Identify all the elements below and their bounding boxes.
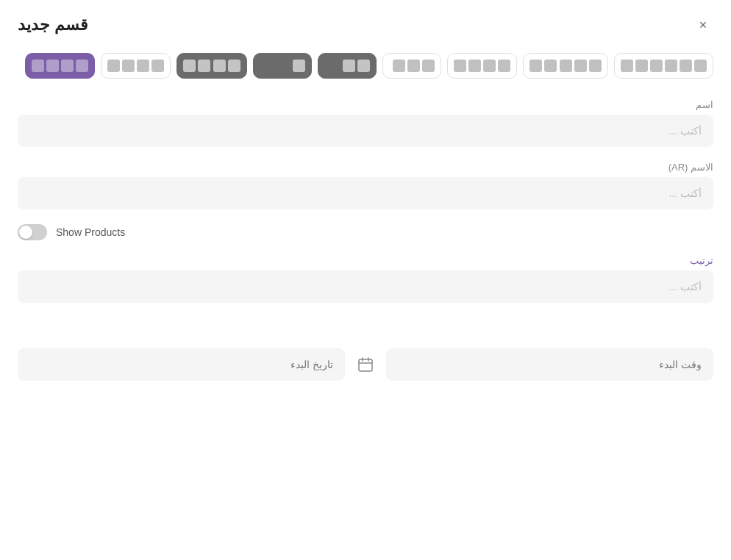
- start-time-input[interactable]: [386, 348, 713, 381]
- calendar-icon[interactable]: [351, 347, 380, 382]
- icon-group-8[interactable]: [101, 53, 171, 79]
- datetime-row: [18, 347, 713, 382]
- name-ar-section: الاسم (AR): [18, 162, 713, 209]
- page-wrapper: × قسم جديد: [0, 0, 731, 560]
- sort-input[interactable]: [18, 270, 713, 303]
- icon-group-9[interactable]: [25, 53, 95, 79]
- close-button[interactable]: ×: [693, 15, 713, 35]
- name-label: اسم: [18, 99, 713, 110]
- name-section: اسم: [18, 99, 713, 147]
- form-header: × قسم جديد: [18, 15, 713, 35]
- show-products-label: Show Products: [56, 226, 125, 238]
- icon-group-5[interactable]: [318, 53, 377, 79]
- icon-group-2[interactable]: [523, 53, 608, 79]
- svg-rect-0: [359, 359, 372, 371]
- start-date-input[interactable]: [18, 348, 345, 381]
- show-products-row: Show Products: [18, 224, 713, 240]
- icon-group-3[interactable]: [447, 53, 517, 79]
- icon-group-6[interactable]: [253, 53, 312, 79]
- icon-selector: [18, 53, 713, 79]
- icon-group-4[interactable]: [382, 53, 441, 79]
- name-input[interactable]: [18, 115, 713, 147]
- name-ar-input[interactable]: [18, 177, 713, 209]
- icon-group-7[interactable]: [176, 53, 247, 79]
- toggle-knob: [19, 226, 32, 239]
- sort-label: ترتيب: [18, 255, 713, 266]
- icon-group-1[interactable]: [614, 53, 713, 79]
- page-title: قسم جديد: [18, 15, 88, 35]
- show-products-toggle[interactable]: [18, 224, 47, 240]
- sort-section: ترتيب: [18, 255, 713, 303]
- name-ar-label: الاسم (AR): [18, 162, 713, 173]
